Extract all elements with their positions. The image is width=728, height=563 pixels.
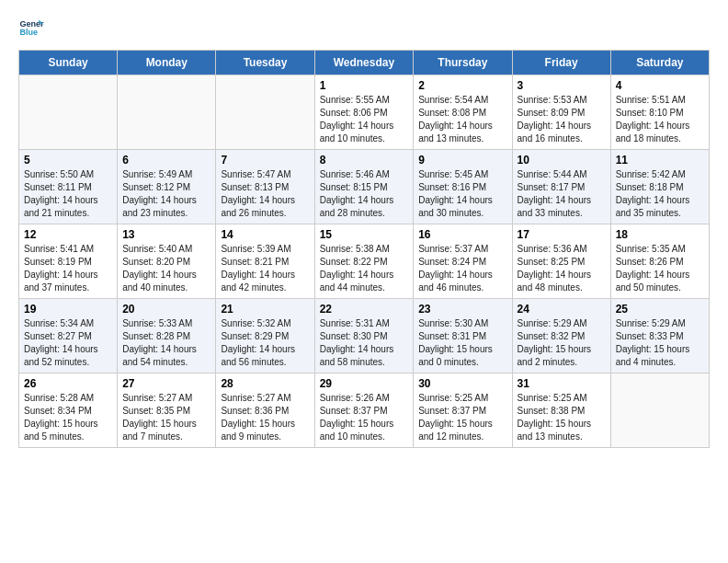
day-info: Sunrise: 5:27 AM Sunset: 8:35 PM Dayligh… <box>122 392 210 443</box>
day-info: Sunrise: 5:25 AM Sunset: 8:37 PM Dayligh… <box>418 392 506 443</box>
header-day-thursday: Thursday <box>414 51 512 75</box>
calendar-week-row: 1Sunrise: 5:55 AM Sunset: 8:06 PM Daylig… <box>19 75 710 150</box>
day-number: 18 <box>616 228 704 241</box>
svg-text:Blue: Blue <box>19 28 38 37</box>
calendar-cell: 20Sunrise: 5:33 AM Sunset: 8:28 PM Dayli… <box>118 299 216 373</box>
day-info: Sunrise: 5:46 AM Sunset: 8:15 PM Dayligh… <box>320 168 409 220</box>
day-number: 22 <box>320 303 409 316</box>
day-info: Sunrise: 5:26 AM Sunset: 8:37 PM Dayligh… <box>320 392 409 443</box>
day-info: Sunrise: 5:41 AM Sunset: 8:19 PM Dayligh… <box>24 243 112 294</box>
calendar-cell: 13Sunrise: 5:40 AM Sunset: 8:20 PM Dayli… <box>118 224 216 299</box>
day-info: Sunrise: 5:55 AM Sunset: 8:06 PM Dayligh… <box>320 94 409 145</box>
day-number: 30 <box>418 377 506 390</box>
calendar-week-row: 26Sunrise: 5:28 AM Sunset: 8:34 PM Dayli… <box>19 373 710 448</box>
calendar-cell: 31Sunrise: 5:25 AM Sunset: 8:38 PM Dayli… <box>512 373 610 448</box>
day-info: Sunrise: 5:40 AM Sunset: 8:20 PM Dayligh… <box>122 243 210 294</box>
calendar-header-row: SundayMondayTuesdayWednesdayThursdayFrid… <box>19 51 710 75</box>
calendar-cell: 3Sunrise: 5:53 AM Sunset: 8:09 PM Daylig… <box>512 75 610 150</box>
day-info: Sunrise: 5:53 AM Sunset: 8:09 PM Dayligh… <box>518 94 606 145</box>
day-number: 11 <box>616 154 704 167</box>
day-number: 4 <box>616 79 704 92</box>
day-info: Sunrise: 5:49 AM Sunset: 8:12 PM Dayligh… <box>122 168 210 220</box>
day-number: 17 <box>518 228 606 241</box>
day-info: Sunrise: 5:39 AM Sunset: 8:21 PM Dayligh… <box>221 243 309 294</box>
day-number: 21 <box>221 303 309 316</box>
day-number: 29 <box>320 377 409 390</box>
calendar-cell: 26Sunrise: 5:28 AM Sunset: 8:34 PM Dayli… <box>19 373 118 448</box>
day-number: 24 <box>518 303 606 316</box>
day-number: 13 <box>122 228 210 241</box>
day-info: Sunrise: 5:37 AM Sunset: 8:24 PM Dayligh… <box>418 243 506 294</box>
calendar-cell: 18Sunrise: 5:35 AM Sunset: 8:26 PM Dayli… <box>610 224 709 299</box>
day-number: 23 <box>418 303 506 316</box>
day-info: Sunrise: 5:30 AM Sunset: 8:31 PM Dayligh… <box>418 317 506 369</box>
logo: General Blue <box>18 15 44 40</box>
header-day-monday: Monday <box>118 51 216 75</box>
calendar-week-row: 12Sunrise: 5:41 AM Sunset: 8:19 PM Dayli… <box>19 224 710 299</box>
day-info: Sunrise: 5:31 AM Sunset: 8:30 PM Dayligh… <box>320 317 409 369</box>
calendar-cell: 6Sunrise: 5:49 AM Sunset: 8:12 PM Daylig… <box>118 150 216 224</box>
day-number: 5 <box>24 154 112 167</box>
day-number: 10 <box>518 154 606 167</box>
calendar-cell <box>216 75 314 150</box>
day-info: Sunrise: 5:32 AM Sunset: 8:29 PM Dayligh… <box>221 317 309 369</box>
day-number: 1 <box>320 79 409 92</box>
calendar-cell: 15Sunrise: 5:38 AM Sunset: 8:22 PM Dayli… <box>314 224 414 299</box>
day-number: 9 <box>418 154 506 167</box>
calendar-cell: 9Sunrise: 5:45 AM Sunset: 8:16 PM Daylig… <box>414 150 512 224</box>
calendar-cell: 25Sunrise: 5:29 AM Sunset: 8:33 PM Dayli… <box>610 299 709 373</box>
calendar-week-row: 19Sunrise: 5:34 AM Sunset: 8:27 PM Dayli… <box>19 299 710 373</box>
calendar-table: SundayMondayTuesdayWednesdayThursdayFrid… <box>18 50 710 448</box>
day-info: Sunrise: 5:54 AM Sunset: 8:08 PM Dayligh… <box>418 94 506 145</box>
day-info: Sunrise: 5:34 AM Sunset: 8:27 PM Dayligh… <box>24 317 112 369</box>
day-number: 27 <box>122 377 210 390</box>
calendar-cell: 4Sunrise: 5:51 AM Sunset: 8:10 PM Daylig… <box>610 75 709 150</box>
day-number: 14 <box>221 228 309 241</box>
day-info: Sunrise: 5:29 AM Sunset: 8:32 PM Dayligh… <box>518 317 606 369</box>
calendar-cell: 24Sunrise: 5:29 AM Sunset: 8:32 PM Dayli… <box>512 299 610 373</box>
calendar-cell: 21Sunrise: 5:32 AM Sunset: 8:29 PM Dayli… <box>216 299 314 373</box>
page-header: General Blue <box>18 15 710 40</box>
day-number: 31 <box>518 377 606 390</box>
day-number: 15 <box>320 228 409 241</box>
day-info: Sunrise: 5:51 AM Sunset: 8:10 PM Dayligh… <box>616 94 704 145</box>
logo-icon: General Blue <box>18 15 44 40</box>
day-info: Sunrise: 5:33 AM Sunset: 8:28 PM Dayligh… <box>122 317 210 369</box>
day-info: Sunrise: 5:38 AM Sunset: 8:22 PM Dayligh… <box>320 243 409 294</box>
calendar-cell: 7Sunrise: 5:47 AM Sunset: 8:13 PM Daylig… <box>216 150 314 224</box>
day-number: 8 <box>320 154 409 167</box>
calendar-cell: 22Sunrise: 5:31 AM Sunset: 8:30 PM Dayli… <box>314 299 414 373</box>
calendar-cell: 10Sunrise: 5:44 AM Sunset: 8:17 PM Dayli… <box>512 150 610 224</box>
calendar-cell: 27Sunrise: 5:27 AM Sunset: 8:35 PM Dayli… <box>118 373 216 448</box>
calendar-cell <box>19 75 118 150</box>
day-info: Sunrise: 5:36 AM Sunset: 8:25 PM Dayligh… <box>518 243 606 294</box>
day-number: 3 <box>518 79 606 92</box>
calendar-cell: 30Sunrise: 5:25 AM Sunset: 8:37 PM Dayli… <box>414 373 512 448</box>
calendar-cell <box>610 373 709 448</box>
day-info: Sunrise: 5:25 AM Sunset: 8:38 PM Dayligh… <box>518 392 606 443</box>
day-number: 6 <box>122 154 210 167</box>
day-info: Sunrise: 5:44 AM Sunset: 8:17 PM Dayligh… <box>518 168 606 220</box>
header-day-saturday: Saturday <box>610 51 709 75</box>
calendar-week-row: 5Sunrise: 5:50 AM Sunset: 8:11 PM Daylig… <box>19 150 710 224</box>
day-info: Sunrise: 5:45 AM Sunset: 8:16 PM Dayligh… <box>418 168 506 220</box>
calendar-cell: 16Sunrise: 5:37 AM Sunset: 8:24 PM Dayli… <box>414 224 512 299</box>
calendar-cell: 23Sunrise: 5:30 AM Sunset: 8:31 PM Dayli… <box>414 299 512 373</box>
calendar-cell: 11Sunrise: 5:42 AM Sunset: 8:18 PM Dayli… <box>610 150 709 224</box>
day-number: 16 <box>418 228 506 241</box>
calendar-cell: 8Sunrise: 5:46 AM Sunset: 8:15 PM Daylig… <box>314 150 414 224</box>
day-info: Sunrise: 5:47 AM Sunset: 8:13 PM Dayligh… <box>221 168 309 220</box>
calendar-cell: 28Sunrise: 5:27 AM Sunset: 8:36 PM Dayli… <box>216 373 314 448</box>
day-number: 28 <box>221 377 309 390</box>
header-day-sunday: Sunday <box>19 51 118 75</box>
day-number: 2 <box>418 79 506 92</box>
day-info: Sunrise: 5:50 AM Sunset: 8:11 PM Dayligh… <box>24 168 112 220</box>
day-info: Sunrise: 5:35 AM Sunset: 8:26 PM Dayligh… <box>616 243 704 294</box>
day-info: Sunrise: 5:27 AM Sunset: 8:36 PM Dayligh… <box>221 392 309 443</box>
svg-text:General: General <box>19 19 44 29</box>
calendar-cell: 5Sunrise: 5:50 AM Sunset: 8:11 PM Daylig… <box>19 150 118 224</box>
day-info: Sunrise: 5:29 AM Sunset: 8:33 PM Dayligh… <box>616 317 704 369</box>
header-day-tuesday: Tuesday <box>216 51 314 75</box>
day-number: 25 <box>616 303 704 316</box>
day-info: Sunrise: 5:28 AM Sunset: 8:34 PM Dayligh… <box>24 392 112 443</box>
